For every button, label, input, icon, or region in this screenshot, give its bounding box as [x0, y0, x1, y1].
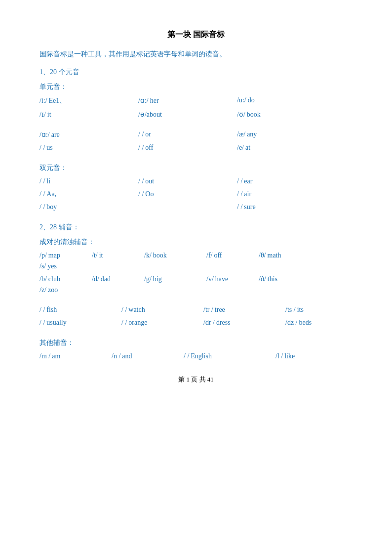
phonetic-row-7: / / boy / / sure: [39, 203, 353, 211]
phoneme-sure: / / sure: [237, 203, 306, 211]
phoneme-f: /f/off: [206, 252, 256, 259]
sub-heading-4: 其他辅音：: [39, 339, 353, 347]
phoneme-eth: /ð/this: [259, 275, 318, 283]
phonetic-row-2: /ɪ/ it /ə/about /ʊ/ book: [39, 110, 353, 119]
phoneme-theta: /θ/math: [259, 252, 318, 259]
phoneme-or: / / or: [138, 130, 237, 139]
phoneme-usually: / /usually: [39, 319, 118, 327]
phoneme-orange: / /orange: [121, 319, 200, 327]
page-title: 第一块 国际音标: [39, 30, 353, 40]
phoneme-k: /k/book: [144, 252, 203, 259]
phoneme-z: /z/zoo: [39, 286, 89, 294]
phoneme-i-short: /ɪ/ it: [39, 110, 138, 119]
phonetic-row-10: / /fish / /watch /tr /tree /ts /its: [39, 306, 353, 314]
phoneme-sh: / /fish: [39, 306, 118, 314]
phoneme-v: /v/have: [206, 275, 256, 283]
phoneme-tr: /tr /tree: [203, 306, 282, 314]
phoneme-us: / / us: [39, 144, 138, 152]
phonetic-row-12: /m /am /n /and / /English /l /like: [39, 352, 353, 360]
phoneme-english: / /English: [184, 352, 273, 360]
intro-text: 国际音标是一种工具，其作用是标记英语字母和单词的读音。: [39, 50, 353, 59]
phoneme-ae: /æ/ any: [237, 130, 306, 139]
phoneme-t: /t/it: [92, 252, 141, 259]
phoneme-off: / / off: [138, 144, 237, 152]
phoneme-watch: / /watch: [121, 306, 200, 314]
phoneme-i-long: /i:/ Ee1、: [39, 96, 138, 105]
phoneme-li: / / li: [39, 177, 138, 185]
phonetic-row-4: / / us / / off /e/ at: [39, 144, 353, 152]
phoneme-b: /b/club: [39, 275, 89, 283]
phoneme-oo: / / Oo: [138, 190, 237, 198]
phonetic-row-6: / / Aa, / / Oo / / air: [39, 190, 353, 198]
phoneme-u-long: /u:/ do: [237, 96, 306, 105]
phoneme-out: / / out: [138, 177, 237, 185]
phoneme-s: /s/yes: [39, 262, 89, 270]
page-footer: 第 1 页 共 41: [39, 375, 353, 384]
phoneme-l: /l /like: [275, 352, 335, 360]
phonetic-row-3: /ɑ:/ are / / or /æ/ any: [39, 130, 353, 139]
phonetic-row-5: / / li / / out / / ear: [39, 177, 353, 185]
phoneme-n: /n /and: [112, 352, 181, 360]
phoneme-dr: /dr /dress: [203, 319, 282, 327]
phoneme-boy: / / boy: [39, 203, 138, 211]
phonetic-row-9: /b/club /d/dad /g/big /v/have /ð/this /z…: [39, 275, 353, 294]
phonetic-row-1: /i:/ Ee1、 /ɑ:/ her /u:/ do: [39, 96, 353, 105]
phonetic-row-11: / /usually / /orange /dr /dress /dz /bed…: [39, 319, 353, 327]
phoneme-e: /e/ at: [237, 144, 306, 152]
phoneme-dz: /dz /beds: [285, 319, 345, 327]
phoneme-u-short: /ʊ/ book: [237, 110, 306, 119]
phonetic-row-8: /p/map /t/it /k/book /f/off /θ/math /s/y…: [39, 252, 353, 270]
phoneme-d: /d/dad: [92, 275, 141, 283]
phoneme-air: / / air: [237, 190, 306, 198]
phoneme-ts: /ts /its: [285, 306, 345, 314]
phoneme-p: /p/map: [39, 252, 89, 259]
phoneme-a-long: /ɑ:/ her: [138, 96, 237, 105]
phoneme-alpha: /ɑ:/ are: [39, 130, 138, 139]
sub-heading-1: 单元音：: [39, 83, 353, 91]
phoneme-g: /g/big: [144, 275, 203, 283]
phoneme-m: /m /am: [39, 352, 109, 360]
sub-heading-2: 双元音：: [39, 164, 353, 172]
phoneme-aa: / / Aa,: [39, 190, 138, 198]
sub-heading-3: 成对的清浊辅音：: [39, 238, 353, 247]
phoneme-ear: / / ear: [237, 177, 306, 185]
phoneme-schwa: /ə/about: [138, 110, 237, 119]
section1-heading: 1、20 个元音: [39, 68, 353, 77]
section2-heading: 2、28 辅音：: [39, 223, 353, 232]
